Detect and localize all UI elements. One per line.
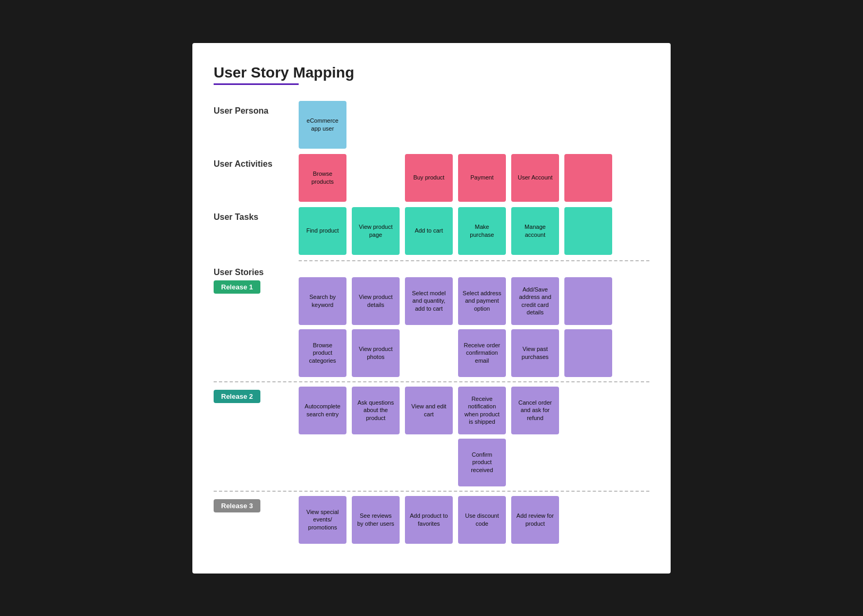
card-ecommerce-user: eCommerce app user <box>299 101 346 149</box>
card-view-product-photos: View product photos <box>352 329 400 377</box>
activities-cards: Browse products Buy product Payment User… <box>299 154 649 202</box>
activities-section: User Activities Browse products Buy prod… <box>214 154 649 202</box>
card-use-discount-code: Use discount code <box>458 496 506 544</box>
card-add-review: Add review for product <box>511 496 559 544</box>
card-user-account: User Account <box>511 154 559 202</box>
card-receive-notification: Receive notification when product is shi… <box>458 387 506 434</box>
title-underline <box>214 83 299 85</box>
release-2-row: Release 2 Autocomplete search entry Ask … <box>214 387 649 486</box>
tasks-cards: Find product View product page Add to ca… <box>299 207 649 255</box>
card-view-product-page: View product page <box>352 207 400 255</box>
card-add-to-cart: Add to cart <box>405 207 453 255</box>
persona-cards: eCommerce app user <box>299 101 649 149</box>
release-2-stories: Autocomplete search entry Ask questions … <box>299 387 649 486</box>
release-1-row-1: Search by keyword View product details S… <box>299 277 649 325</box>
card-add-save-address: Add/Save address and credit card details <box>511 277 559 325</box>
persona-section: User Persona eCommerce app user <box>214 101 649 149</box>
card-buy-product: Buy product <box>405 154 453 202</box>
card-make-purchase: Make purchase <box>458 207 506 255</box>
release-2-row-2: Confirm product received <box>299 439 649 486</box>
divider-release-2 <box>214 381 649 382</box>
release-1-stories: Search by keyword View product details S… <box>299 277 649 377</box>
release-1-row-2: Browse product categories View product p… <box>299 329 649 377</box>
release-2-badge: Release 2 <box>214 390 260 403</box>
card-view-edit-cart: View and edit cart <box>405 387 453 434</box>
card-see-reviews: See reviews by other users <box>352 496 400 544</box>
user-stories-header: User Stories <box>214 266 649 277</box>
card-view-special-events: View special events/ promotions <box>299 496 346 544</box>
divider-release-3 <box>214 491 649 492</box>
release-3-badge: Release 3 <box>214 499 260 512</box>
card-search-keyword: Search by keyword <box>299 277 346 325</box>
card-confirm-product: Confirm product received <box>458 439 506 486</box>
user-stories-label: User Stories <box>214 266 299 277</box>
card-autocomplete: Autocomplete search entry <box>299 387 346 434</box>
card-add-product-favorites: Add product to favorites <box>405 496 453 544</box>
card-ask-questions: Ask questions about the product <box>352 387 400 434</box>
card-activity-empty2 <box>564 154 612 202</box>
card-payment: Payment <box>458 154 506 202</box>
divider-stories <box>299 260 649 261</box>
card-select-model-qty: Select model and quantity, add to cart <box>405 277 453 325</box>
page-title: User Story Mapping <box>214 64 649 81</box>
release-2-row-1: Autocomplete search entry Ask questions … <box>299 387 649 434</box>
release-3-stories: View special events/ promotions See revi… <box>299 496 649 544</box>
release-1-row: Release 1 Search by keyword View product… <box>214 277 649 377</box>
card-manage-account: Manage account <box>511 207 559 255</box>
card-select-address-payment: Select address and payment option <box>458 277 506 325</box>
user-stories-section: User Stories Release 1 Search by keyword… <box>214 266 649 544</box>
card-story-r1-empty3 <box>564 329 612 377</box>
release-1-label-col: Release 1 <box>214 277 299 294</box>
release-2-label-col: Release 2 <box>214 387 299 403</box>
card-browse-products: Browse products <box>299 154 346 202</box>
release-1-badge: Release 1 <box>214 280 260 294</box>
card-view-product-details: View product details <box>352 277 400 325</box>
persona-label: User Persona <box>214 101 299 116</box>
tasks-label: User Tasks <box>214 207 299 222</box>
release-3-label-col: Release 3 <box>214 496 299 512</box>
tasks-section: User Tasks Find product View product pag… <box>214 207 649 255</box>
release-3-row-1: View special events/ promotions See revi… <box>299 496 649 544</box>
card-task-empty <box>564 207 612 255</box>
card-find-product: Find product <box>299 207 346 255</box>
card-view-past-purchases: View past purchases <box>511 329 559 377</box>
main-canvas: User Story Mapping User Persona eCommerc… <box>192 43 671 574</box>
card-receive-order-confirmation: Receive order confirmation email <box>458 329 506 377</box>
card-cancel-order: Cancel order and ask for refund <box>511 387 559 434</box>
activities-label: User Activities <box>214 154 299 169</box>
release-3-row: Release 3 View special events/ promotion… <box>214 496 649 544</box>
card-browse-categories: Browse product categories <box>299 329 346 377</box>
card-story-r1-empty1 <box>564 277 612 325</box>
